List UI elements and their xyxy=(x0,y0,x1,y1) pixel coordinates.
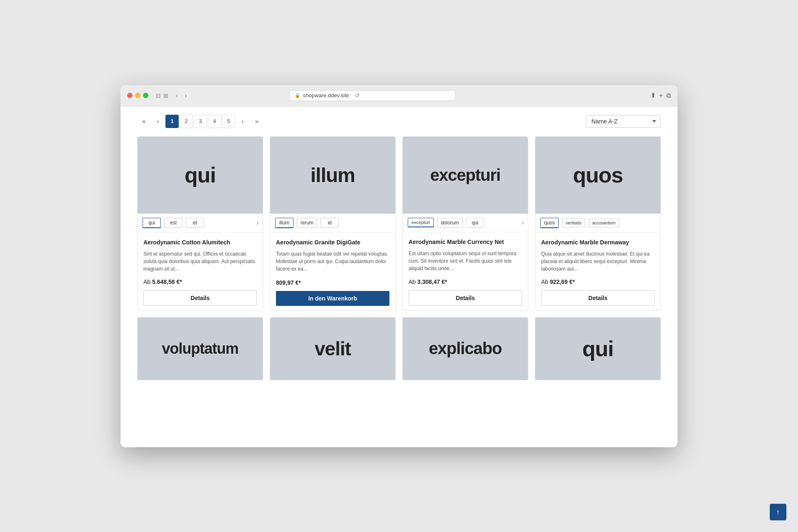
product-grid-row2: voluptatum velit explicabo qui xyxy=(137,317,661,380)
minimize-traffic-light[interactable] xyxy=(135,93,140,98)
product-image: velit xyxy=(270,318,395,380)
product-description: Totam quas fugiat beatae odit vel repell… xyxy=(276,250,389,273)
browser-chrome: ⊟ ⊠ ‹ › 🔒 shopware.ddev.site ↺ ⬆ + ⧉ xyxy=(121,85,677,106)
details-button[interactable]: Details xyxy=(409,290,522,306)
product-info: Aerodynamic Marble Dermaway Quia atque s… xyxy=(535,233,660,310)
product-info: Aerodynamic Marble Currency Net Est ulla… xyxy=(403,232,528,310)
product-image: illum xyxy=(270,137,395,214)
product-card: qui xyxy=(535,317,661,380)
page-2-button[interactable]: 2 xyxy=(180,115,193,128)
address-bar[interactable]: 🔒 shopware.ddev.site ↺ xyxy=(289,90,456,101)
variant-next-arrow[interactable]: › xyxy=(521,219,525,227)
prev-page-button[interactable]: ‹ xyxy=(151,115,165,128)
browser-window: ⊟ ⊠ ‹ › 🔒 shopware.ddev.site ↺ ⬆ + ⧉ « ‹… xyxy=(121,85,677,447)
product-card: velit xyxy=(270,317,396,380)
product-card: illum illum rerum id Aerodynamic Granite… xyxy=(270,136,396,310)
product-price: Ab 3.308,47 €* xyxy=(409,278,522,285)
product-description: Quia atque sit amet ducimus molestiae. E… xyxy=(541,250,655,273)
sidebar-toggle-button[interactable]: ⊟ xyxy=(156,92,161,99)
variant-button[interactable]: est xyxy=(164,218,182,228)
browser-content: « ‹ 1 2 3 4 5 › » Name A-Z Name Z-A Pric… xyxy=(121,106,677,447)
back-button[interactable]: ‹ xyxy=(173,91,180,100)
variant-button[interactable]: excepturi xyxy=(408,218,434,227)
page-4-button[interactable]: 4 xyxy=(208,115,221,128)
product-name: Aerodynamic Granite DigiGate xyxy=(276,239,389,246)
sort-select[interactable]: Name A-Z Name Z-A Price ascending Price … xyxy=(586,115,661,128)
variant-row: qui est et › xyxy=(138,214,263,233)
product-image: qui xyxy=(138,137,263,214)
product-image: qui xyxy=(535,318,660,380)
product-image: excepturi xyxy=(403,137,528,214)
variant-row: excepturi dolorum qui › xyxy=(403,214,528,232)
product-image: quos xyxy=(535,137,660,214)
variant-button[interactable]: qui xyxy=(466,218,484,228)
product-card: explicabo xyxy=(402,317,528,380)
variant-button[interactable]: dolorum xyxy=(437,218,463,228)
variant-button[interactable]: id xyxy=(320,218,339,228)
lock-icon: 🔒 xyxy=(295,93,300,98)
window-expand-button[interactable]: ⊠ xyxy=(163,92,168,99)
page-5-button[interactable]: 5 xyxy=(222,115,235,128)
close-traffic-light[interactable] xyxy=(127,93,133,98)
add-to-cart-button[interactable]: In den Warenkorb xyxy=(276,291,389,306)
product-info: Aerodynamic Cotton Alumitech Sint et asp… xyxy=(138,233,263,310)
scroll-to-top-button[interactable]: ↑ xyxy=(770,504,786,520)
variant-button[interactable]: accusantium xyxy=(589,219,619,227)
product-info: Aerodynamic Granite DigiGate Totam quas … xyxy=(270,233,395,310)
pagination-bar: « ‹ 1 2 3 4 5 › » Name A-Z Name Z-A Pric… xyxy=(137,115,661,128)
variant-button[interactable]: veritatis xyxy=(562,218,585,227)
product-description: Sint et aspernatur sed qui. Officiis et … xyxy=(143,250,257,273)
window-controls: ⊟ ⊠ xyxy=(156,92,168,99)
traffic-lights xyxy=(127,93,148,98)
variant-button[interactable]: illum xyxy=(275,218,293,228)
product-name: Aerodynamic Marble Currency Net xyxy=(409,238,522,246)
variant-button[interactable]: qui xyxy=(143,218,161,228)
nav-buttons: ‹ › xyxy=(173,91,190,100)
browser-actions: ⬆ + ⧉ xyxy=(650,91,671,99)
details-button[interactable]: Details xyxy=(541,290,655,306)
details-button[interactable]: Details xyxy=(143,290,257,306)
variant-button[interactable]: rerum xyxy=(297,218,317,228)
product-card: voluptatum xyxy=(137,317,263,380)
new-tab-button[interactable]: + xyxy=(659,91,663,99)
product-image: explicabo xyxy=(403,318,528,380)
pagination-left: « ‹ 1 2 3 4 5 › » xyxy=(137,115,264,128)
forward-button[interactable]: › xyxy=(182,91,189,100)
next-page-button[interactable]: › xyxy=(236,115,249,128)
last-page-button[interactable]: » xyxy=(250,115,264,128)
tabs-button[interactable]: ⧉ xyxy=(666,91,671,99)
product-price: 809,97 €* xyxy=(276,279,389,286)
product-price: Ab 5.648,58 €* xyxy=(143,278,257,285)
page-3-button[interactable]: 3 xyxy=(194,115,207,128)
url-text: shopware.ddev.site xyxy=(303,92,349,99)
maximize-traffic-light[interactable] xyxy=(143,93,148,98)
product-image: voluptatum xyxy=(138,318,263,380)
product-card: quos quos veritatis accusantium Aerodyna… xyxy=(535,136,661,310)
variant-button[interactable]: quos xyxy=(540,218,559,228)
variant-next-arrow[interactable]: › xyxy=(256,219,259,227)
product-card: excepturi excepturi dolorum qui › Aerody… xyxy=(402,136,528,310)
product-price: Ab 922,69 €* xyxy=(541,278,655,285)
product-name: Aerodynamic Cotton Alumitech xyxy=(143,239,257,246)
page-1-button[interactable]: 1 xyxy=(165,115,179,128)
product-card: qui qui est et › Aerodynamic Cotton Alum… xyxy=(137,136,263,310)
reload-button[interactable]: ↺ xyxy=(355,92,360,99)
product-grid: qui qui est et › Aerodynamic Cotton Alum… xyxy=(137,136,661,310)
product-description: Est ullam optio voluptatum sequi ut sunt… xyxy=(409,250,522,273)
variant-button[interactable]: et xyxy=(186,218,204,228)
variant-row: illum rerum id xyxy=(270,214,395,233)
product-name: Aerodynamic Marble Dermaway xyxy=(541,239,655,246)
variant-row: quos veritatis accusantium xyxy=(535,214,660,233)
first-page-button[interactable]: « xyxy=(137,115,150,128)
share-button[interactable]: ⬆ xyxy=(650,91,656,99)
